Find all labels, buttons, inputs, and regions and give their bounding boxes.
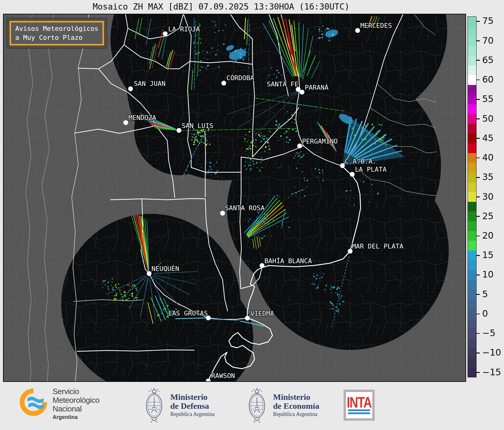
economia-line-3: República Argentina bbox=[273, 411, 319, 417]
city-label: SAN LUIS bbox=[182, 122, 213, 129]
city-dot bbox=[163, 31, 168, 36]
economia-text: Ministerio de Economía República Argenti… bbox=[273, 393, 319, 417]
economia-line-1: Ministerio bbox=[273, 393, 319, 402]
city-label: C.A.B.A. bbox=[345, 158, 376, 165]
city-dot bbox=[350, 172, 355, 177]
city-label: NEUQUÉN bbox=[151, 265, 179, 272]
colorbar-segment bbox=[468, 338, 476, 348]
colorbar-tick-label: −10 bbox=[482, 347, 501, 358]
city-label: VIEDMA bbox=[250, 310, 274, 317]
colorbar-segment bbox=[468, 328, 476, 338]
city-dot bbox=[355, 28, 360, 33]
colorbar-tick-mark bbox=[477, 275, 480, 275]
colorbar-tick-label: 65 bbox=[482, 55, 494, 65]
city-label: PERGAMINO bbox=[302, 138, 338, 145]
colorbar-tick-label: 10 bbox=[482, 269, 494, 280]
colorbar-segment bbox=[468, 95, 476, 105]
city-label: PARANÁ bbox=[305, 84, 328, 91]
colorbar-segment bbox=[468, 202, 476, 212]
colorbar-tick-mark bbox=[477, 60, 480, 61]
city-label: SANTA ROSA bbox=[225, 204, 264, 212]
city-dot bbox=[123, 120, 128, 125]
colorbar-tick-label: 40 bbox=[482, 152, 494, 163]
city-label: RAWSON bbox=[211, 372, 235, 379]
colorbar-tick-mark bbox=[477, 40, 480, 41]
colorbar-segment bbox=[468, 27, 476, 36]
defensa-text: Ministerio de Defensa República Argentin… bbox=[170, 393, 215, 417]
colorbar-segment bbox=[468, 182, 476, 192]
colorbar-segment bbox=[468, 260, 476, 270]
colorbar-segment bbox=[468, 153, 476, 163]
colorbar-segment bbox=[468, 65, 476, 75]
coat-of-arms-icon bbox=[142, 387, 166, 423]
city-label: MENDOZA bbox=[128, 114, 156, 121]
colorbar-segment bbox=[468, 124, 476, 134]
colorbar-tick-mark bbox=[477, 118, 480, 119]
colorbar-segment bbox=[468, 348, 476, 358]
colorbar-tick-label: 30 bbox=[482, 191, 494, 202]
inta-logo-icon: INTA bbox=[344, 390, 375, 421]
colorbar-segment bbox=[468, 231, 476, 241]
coat-of-arms-icon bbox=[245, 387, 269, 423]
city-label: MAR DEL PLATA bbox=[352, 243, 403, 250]
footer-logos: Servicio Meteorológico Nacional Argentin… bbox=[0, 382, 504, 430]
colorbar-tick-mark bbox=[477, 372, 480, 373]
city-dot bbox=[221, 81, 226, 86]
colorbar-tick-mark bbox=[477, 333, 480, 334]
city-label: BAHÍA BLANCA bbox=[264, 257, 312, 265]
colorbar-tick-label: 55 bbox=[482, 94, 494, 104]
warning-box-inner: Avisos Meteorológicos a Muy Corto Plazo bbox=[10, 21, 104, 45]
warning-box: Avisos Meteorológicos a Muy Corto Plazo bbox=[7, 18, 107, 48]
colorbar-segment bbox=[468, 251, 476, 260]
inta-bar bbox=[348, 412, 370, 414]
colorbar-tick-mark bbox=[477, 255, 480, 256]
inta-wordmark: INTA bbox=[347, 395, 371, 410]
city-label: CÓRDOBA bbox=[226, 74, 254, 82]
colorbar-tick-label: 45 bbox=[482, 133, 494, 143]
colorbar-segment bbox=[468, 36, 476, 46]
page-title: Mosaico ZH MAX [dBZ] 07.09.2025 13:30HOA… bbox=[3, 2, 439, 12]
colorbar-segment bbox=[468, 367, 476, 377]
colorbar-segment bbox=[468, 309, 476, 319]
colorbar-segment bbox=[468, 221, 476, 231]
colorbar-segment bbox=[468, 299, 476, 309]
colorbar-tick-label: 35 bbox=[482, 172, 494, 182]
colorbar-tick-mark bbox=[477, 216, 480, 217]
radar-mosaic-page: Mosaico ZH MAX [dBZ] 07.09.2025 13:30HOA… bbox=[0, 0, 504, 430]
colorbar-segment bbox=[468, 85, 476, 95]
colorbar-tick-mark bbox=[477, 21, 480, 22]
colorbar-segment bbox=[468, 114, 476, 124]
city-label: SANTA FE bbox=[267, 80, 298, 88]
colorbar-segment bbox=[468, 192, 476, 202]
defensa-line-2: de Defensa bbox=[170, 402, 215, 411]
city-dot bbox=[260, 263, 264, 268]
colorbar-tick-label: 20 bbox=[482, 230, 494, 241]
colorbar-tick-label: 70 bbox=[482, 35, 494, 46]
colorbar-segment bbox=[468, 104, 476, 114]
smn-line-4: Argentina bbox=[53, 414, 99, 420]
economia-logo-block: Ministerio de Economía República Argenti… bbox=[245, 387, 319, 423]
colorbar-segment bbox=[468, 358, 476, 368]
warning-line-1: Avisos Meteorológicos bbox=[15, 24, 98, 33]
smn-logo-icon bbox=[19, 387, 48, 417]
radar-map: LA RIOJAMERCEDESSAN JUANCÓRDOBAMENDOZASA… bbox=[3, 14, 466, 382]
reflectivity-colorbar: 757065605550454035302520151050−5−10−15 bbox=[468, 16, 503, 377]
colorbar-tick-label: 15 bbox=[482, 250, 494, 260]
smn-logo-block: Servicio Meteorológico Nacional Argentin… bbox=[19, 387, 99, 420]
colorbar-segment bbox=[468, 75, 476, 85]
colorbar-tick-label: 0 bbox=[482, 308, 488, 319]
colorbar-segment bbox=[468, 134, 476, 144]
colorbar-tick-mark bbox=[477, 99, 480, 100]
city-label: MERCEDES bbox=[360, 22, 392, 29]
colorbar-tick-mark bbox=[477, 294, 480, 295]
colorbar-tick-mark bbox=[477, 314, 480, 315]
city-dot bbox=[300, 90, 304, 94]
smn-logo-text: Servicio Meteorológico Nacional Argentin… bbox=[53, 387, 99, 420]
defensa-logo-block: Ministerio de Defensa República Argentin… bbox=[142, 387, 215, 423]
colorbar-tick-label: 5 bbox=[482, 289, 488, 299]
colorbar-segment bbox=[468, 56, 476, 65]
colorbar-tick-label: 60 bbox=[482, 74, 494, 85]
economia-line-2: de Economía bbox=[273, 402, 319, 411]
city-dot bbox=[128, 86, 133, 91]
defensa-line-1: Ministerio bbox=[170, 393, 215, 402]
